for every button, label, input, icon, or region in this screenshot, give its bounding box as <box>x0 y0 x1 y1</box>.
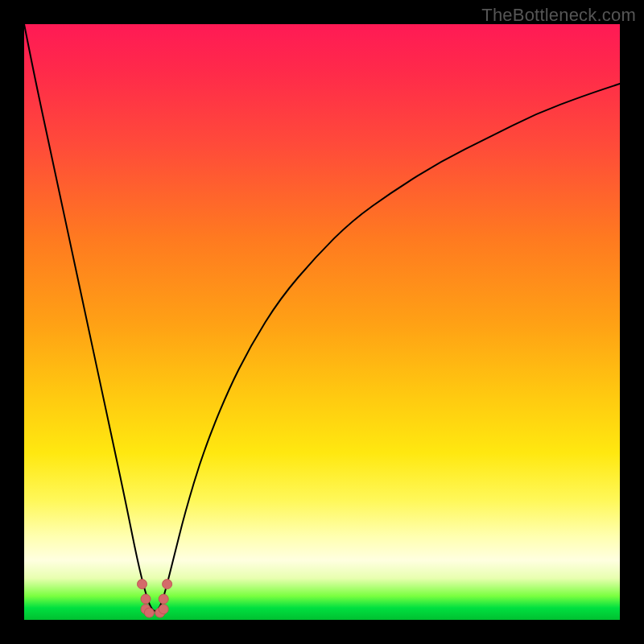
optimal-marker <box>138 580 147 589</box>
plot-area <box>24 24 620 620</box>
optimal-marker <box>144 608 154 617</box>
watermark-text: TheBottleneck.com <box>481 5 636 26</box>
curve-layer <box>24 24 620 620</box>
optimal-marker <box>141 594 151 604</box>
optimal-marker <box>159 594 168 604</box>
bottleneck-curve <box>24 24 620 611</box>
optimal-marker <box>163 580 172 589</box>
chart-frame: TheBottleneck.com <box>0 0 644 644</box>
optimal-cluster-markers <box>138 580 172 618</box>
optimal-marker <box>159 605 168 614</box>
